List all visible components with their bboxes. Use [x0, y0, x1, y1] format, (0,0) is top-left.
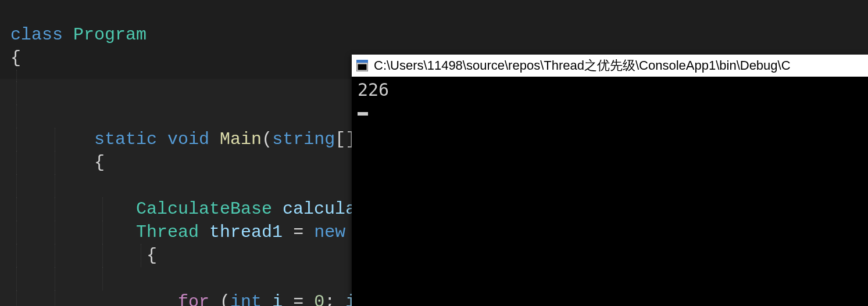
keyword-class: class: [10, 25, 63, 45]
svg-rect-2: [358, 64, 367, 70]
console-output-line: 226: [358, 80, 862, 100]
console-icon: [356, 60, 368, 71]
code-line: {: [10, 174, 408, 197]
code-line: [10, 0, 408, 23]
code-line: CalculateBase calculate =: [10, 128, 408, 151]
code-line: {: [10, 221, 408, 244]
code-line: calculate.Operatio: [10, 244, 408, 267]
code-line: {: [10, 46, 408, 70]
code-line: static void Main(string[] args: [10, 81, 408, 105]
brace-open: {: [10, 48, 21, 68]
type-program: Program: [73, 25, 147, 45]
code-line: Thread thread1 = new Threa: [10, 151, 408, 174]
code-line: for (int i = 0; i < 10: [10, 197, 408, 221]
code-line: });: [10, 290, 408, 306]
console-cursor: [358, 112, 368, 116]
console-titlebar[interactable]: C:\Users\11498\source\repos\Thread之优先级\C…: [352, 55, 868, 77]
console-body[interactable]: 226: [352, 77, 868, 123]
code-line: }: [10, 267, 408, 290]
code-line: {: [10, 105, 408, 128]
console-window[interactable]: C:\Users\11498\source\repos\Thread之优先级\C…: [352, 55, 868, 306]
code-blank: [10, 70, 408, 81]
code-line: class Program: [10, 23, 408, 46]
console-title: C:\Users\11498\source\repos\Thread之优先级\C…: [374, 57, 791, 74]
svg-rect-1: [356, 60, 368, 63]
